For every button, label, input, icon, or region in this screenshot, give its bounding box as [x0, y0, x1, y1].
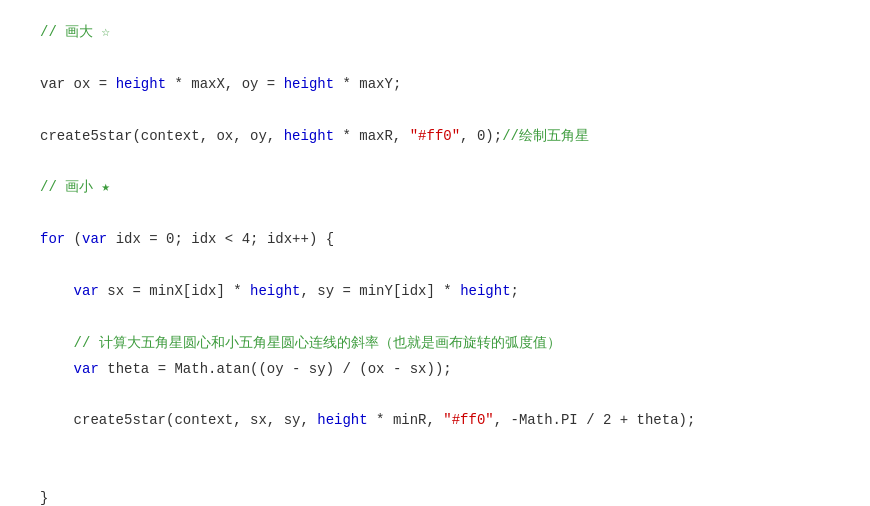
comment-text: // 画小 ★ — [40, 179, 110, 195]
code-empty-line — [40, 460, 830, 486]
code-line: // 计算大五角星圆心和小五角星圆心连线的斜率（也就是画布旋转的弧度值） — [40, 331, 830, 357]
keyword-text: height — [317, 412, 367, 428]
normal-text: * maxY; — [334, 76, 401, 92]
normal-text: } — [40, 490, 48, 506]
normal-text: * maxR, — [334, 128, 410, 144]
normal-text: * maxX, oy = — [166, 76, 284, 92]
normal-text: ( — [65, 231, 82, 247]
string-text: "#ff0" — [410, 128, 460, 144]
keyword-text: var — [82, 231, 107, 247]
code-container: // 画大 ☆var ox = height * maxX, oy = heig… — [0, 0, 870, 506]
normal-text: create5star(context, sx, sy, — [74, 412, 318, 428]
code-line: var ox = height * maxX, oy = height * ma… — [40, 72, 830, 98]
normal-text: , 0); — [460, 128, 502, 144]
code-empty-line — [40, 98, 830, 124]
comment-text: // 计算大五角星圆心和小五角星圆心连线的斜率（也就是画布旋转的弧度值） — [74, 335, 561, 351]
code-empty-line — [40, 305, 830, 331]
code-line: var theta = Math.atan((oy - sy) / (ox - … — [40, 357, 830, 383]
code-block: // 画大 ☆var ox = height * maxX, oy = heig… — [40, 20, 830, 506]
code-line: // 画大 ☆ — [40, 20, 830, 46]
code-empty-line — [40, 201, 830, 227]
normal-text: idx = 0; idx < 4; idx++) { — [107, 231, 334, 247]
keyword-text: height — [250, 283, 300, 299]
keyword-text: height — [116, 76, 166, 92]
comment-text: // 画大 ☆ — [40, 24, 110, 40]
code-empty-line — [40, 149, 830, 175]
normal-text: , sy = minY[idx] * — [300, 283, 460, 299]
normal-text: theta = Math.atan((oy - sy) / (ox - sx))… — [99, 361, 452, 377]
normal-text: var ox = — [40, 76, 116, 92]
normal-text: , -Math.PI / 2 + theta); — [494, 412, 696, 428]
code-line: var sx = minX[idx] * height, sy = minY[i… — [40, 279, 830, 305]
normal-text: create5star(context, ox, oy, — [40, 128, 284, 144]
keyword-text: var — [74, 283, 99, 299]
keyword-text: height — [284, 76, 334, 92]
code-empty-line — [40, 46, 830, 72]
normal-text: sx = minX[idx] * — [99, 283, 250, 299]
code-line: create5star(context, ox, oy, height * ma… — [40, 124, 830, 150]
code-empty-line — [40, 434, 830, 460]
keyword-text: for — [40, 231, 65, 247]
comment-text: //绘制五角星 — [502, 128, 589, 144]
code-line: // 画小 ★ — [40, 175, 830, 201]
keyword-text: height — [460, 283, 510, 299]
string-text: "#ff0" — [443, 412, 493, 428]
keyword-text: var — [74, 361, 99, 377]
code-line: create5star(context, sx, sy, height * mi… — [40, 408, 830, 434]
code-empty-line — [40, 382, 830, 408]
normal-text: ; — [511, 283, 519, 299]
keyword-text: height — [284, 128, 334, 144]
code-line: for (var idx = 0; idx < 4; idx++) { — [40, 227, 830, 253]
code-line: } — [40, 486, 830, 506]
code-empty-line — [40, 253, 830, 279]
normal-text: * minR, — [368, 412, 444, 428]
